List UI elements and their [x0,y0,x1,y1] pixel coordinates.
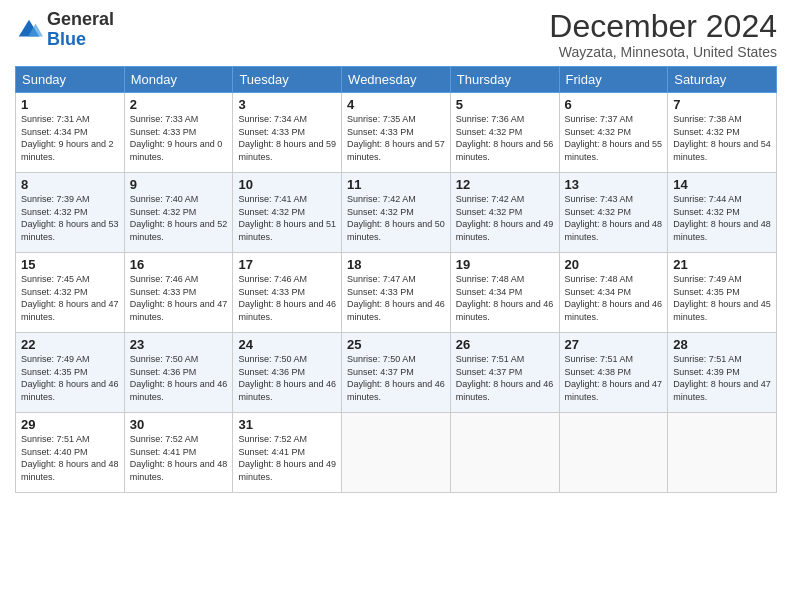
calendar-cell: 5Sunrise: 7:36 AMSunset: 4:32 PMDaylight… [450,93,559,173]
cell-info: Sunrise: 7:41 AMSunset: 4:32 PMDaylight:… [238,193,336,243]
calendar-cell: 10Sunrise: 7:41 AMSunset: 4:32 PMDayligh… [233,173,342,253]
day-number: 7 [673,97,771,112]
day-number: 5 [456,97,554,112]
cell-info: Sunrise: 7:33 AMSunset: 4:33 PMDaylight:… [130,113,228,163]
cell-info: Sunrise: 7:51 AMSunset: 4:40 PMDaylight:… [21,433,119,483]
logo-text: General Blue [47,10,114,50]
month-title: December 2024 [549,10,777,42]
cell-info: Sunrise: 7:48 AMSunset: 4:34 PMDaylight:… [565,273,663,323]
calendar-cell: 28Sunrise: 7:51 AMSunset: 4:39 PMDayligh… [668,333,777,413]
cell-info: Sunrise: 7:50 AMSunset: 4:37 PMDaylight:… [347,353,445,403]
calendar-cell: 22Sunrise: 7:49 AMSunset: 4:35 PMDayligh… [16,333,125,413]
day-number: 21 [673,257,771,272]
cell-info: Sunrise: 7:46 AMSunset: 4:33 PMDaylight:… [238,273,336,323]
calendar-cell: 12Sunrise: 7:42 AMSunset: 4:32 PMDayligh… [450,173,559,253]
calendar-cell [450,413,559,493]
cell-info: Sunrise: 7:45 AMSunset: 4:32 PMDaylight:… [21,273,119,323]
day-header-friday: Friday [559,67,668,93]
cell-info: Sunrise: 7:40 AMSunset: 4:32 PMDaylight:… [130,193,228,243]
day-number: 30 [130,417,228,432]
calendar-cell: 24Sunrise: 7:50 AMSunset: 4:36 PMDayligh… [233,333,342,413]
day-number: 14 [673,177,771,192]
day-number: 15 [21,257,119,272]
day-number: 4 [347,97,445,112]
day-number: 20 [565,257,663,272]
week-row-5: 29Sunrise: 7:51 AMSunset: 4:40 PMDayligh… [16,413,777,493]
cell-info: Sunrise: 7:52 AMSunset: 4:41 PMDaylight:… [238,433,336,483]
cell-info: Sunrise: 7:44 AMSunset: 4:32 PMDaylight:… [673,193,771,243]
calendar-cell: 20Sunrise: 7:48 AMSunset: 4:34 PMDayligh… [559,253,668,333]
cell-info: Sunrise: 7:39 AMSunset: 4:32 PMDaylight:… [21,193,119,243]
cell-info: Sunrise: 7:51 AMSunset: 4:38 PMDaylight:… [565,353,663,403]
day-number: 10 [238,177,336,192]
day-number: 2 [130,97,228,112]
calendar-cell: 3Sunrise: 7:34 AMSunset: 4:33 PMDaylight… [233,93,342,173]
cell-info: Sunrise: 7:47 AMSunset: 4:33 PMDaylight:… [347,273,445,323]
day-number: 22 [21,337,119,352]
calendar-cell: 9Sunrise: 7:40 AMSunset: 4:32 PMDaylight… [124,173,233,253]
day-number: 6 [565,97,663,112]
calendar-header-row: SundayMondayTuesdayWednesdayThursdayFrid… [16,67,777,93]
cell-info: Sunrise: 7:50 AMSunset: 4:36 PMDaylight:… [238,353,336,403]
day-number: 12 [456,177,554,192]
calendar-cell [668,413,777,493]
header: General Blue December 2024 Wayzata, Minn… [15,10,777,60]
calendar-cell: 11Sunrise: 7:42 AMSunset: 4:32 PMDayligh… [342,173,451,253]
day-number: 3 [238,97,336,112]
day-number: 23 [130,337,228,352]
calendar-cell [342,413,451,493]
day-number: 16 [130,257,228,272]
day-header-thursday: Thursday [450,67,559,93]
cell-info: Sunrise: 7:49 AMSunset: 4:35 PMDaylight:… [21,353,119,403]
cell-info: Sunrise: 7:42 AMSunset: 4:32 PMDaylight:… [456,193,554,243]
calendar-cell [559,413,668,493]
week-row-4: 22Sunrise: 7:49 AMSunset: 4:35 PMDayligh… [16,333,777,413]
calendar-cell: 27Sunrise: 7:51 AMSunset: 4:38 PMDayligh… [559,333,668,413]
cell-info: Sunrise: 7:31 AMSunset: 4:34 PMDaylight:… [21,113,119,163]
cell-info: Sunrise: 7:46 AMSunset: 4:33 PMDaylight:… [130,273,228,323]
cell-info: Sunrise: 7:34 AMSunset: 4:33 PMDaylight:… [238,113,336,163]
logo: General Blue [15,10,114,50]
cell-info: Sunrise: 7:51 AMSunset: 4:39 PMDaylight:… [673,353,771,403]
week-row-1: 1Sunrise: 7:31 AMSunset: 4:34 PMDaylight… [16,93,777,173]
logo-general: General [47,9,114,29]
calendar-cell: 17Sunrise: 7:46 AMSunset: 4:33 PMDayligh… [233,253,342,333]
cell-info: Sunrise: 7:49 AMSunset: 4:35 PMDaylight:… [673,273,771,323]
cell-info: Sunrise: 7:38 AMSunset: 4:32 PMDaylight:… [673,113,771,163]
day-number: 31 [238,417,336,432]
cell-info: Sunrise: 7:51 AMSunset: 4:37 PMDaylight:… [456,353,554,403]
cell-info: Sunrise: 7:35 AMSunset: 4:33 PMDaylight:… [347,113,445,163]
calendar-cell: 18Sunrise: 7:47 AMSunset: 4:33 PMDayligh… [342,253,451,333]
day-header-saturday: Saturday [668,67,777,93]
day-number: 13 [565,177,663,192]
day-number: 1 [21,97,119,112]
cell-info: Sunrise: 7:43 AMSunset: 4:32 PMDaylight:… [565,193,663,243]
calendar-cell: 21Sunrise: 7:49 AMSunset: 4:35 PMDayligh… [668,253,777,333]
day-number: 9 [130,177,228,192]
day-number: 29 [21,417,119,432]
calendar-cell: 23Sunrise: 7:50 AMSunset: 4:36 PMDayligh… [124,333,233,413]
calendar-cell: 7Sunrise: 7:38 AMSunset: 4:32 PMDaylight… [668,93,777,173]
day-number: 18 [347,257,445,272]
week-row-2: 8Sunrise: 7:39 AMSunset: 4:32 PMDaylight… [16,173,777,253]
day-header-sunday: Sunday [16,67,125,93]
calendar-cell: 6Sunrise: 7:37 AMSunset: 4:32 PMDaylight… [559,93,668,173]
cell-info: Sunrise: 7:48 AMSunset: 4:34 PMDaylight:… [456,273,554,323]
day-number: 24 [238,337,336,352]
calendar-cell: 13Sunrise: 7:43 AMSunset: 4:32 PMDayligh… [559,173,668,253]
cell-info: Sunrise: 7:50 AMSunset: 4:36 PMDaylight:… [130,353,228,403]
calendar: SundayMondayTuesdayWednesdayThursdayFrid… [15,66,777,493]
week-row-3: 15Sunrise: 7:45 AMSunset: 4:32 PMDayligh… [16,253,777,333]
cell-info: Sunrise: 7:37 AMSunset: 4:32 PMDaylight:… [565,113,663,163]
calendar-cell: 29Sunrise: 7:51 AMSunset: 4:40 PMDayligh… [16,413,125,493]
main-container: General Blue December 2024 Wayzata, Minn… [0,0,792,503]
day-header-wednesday: Wednesday [342,67,451,93]
calendar-cell: 2Sunrise: 7:33 AMSunset: 4:33 PMDaylight… [124,93,233,173]
calendar-cell: 8Sunrise: 7:39 AMSunset: 4:32 PMDaylight… [16,173,125,253]
calendar-cell: 4Sunrise: 7:35 AMSunset: 4:33 PMDaylight… [342,93,451,173]
logo-blue: Blue [47,29,86,49]
day-number: 26 [456,337,554,352]
day-number: 28 [673,337,771,352]
calendar-cell: 19Sunrise: 7:48 AMSunset: 4:34 PMDayligh… [450,253,559,333]
day-number: 11 [347,177,445,192]
